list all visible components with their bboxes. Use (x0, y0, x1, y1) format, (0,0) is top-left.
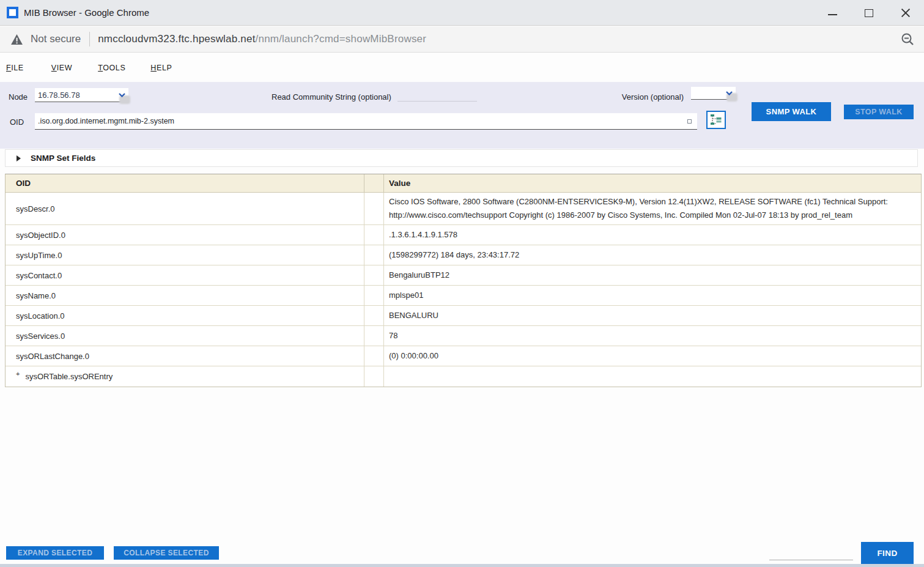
expander-column-header (364, 174, 384, 192)
table-header-row: OID Value (6, 174, 921, 193)
expander-cell (364, 265, 384, 285)
value-cell: 78 (384, 326, 921, 346)
table-row[interactable]: sysObjectID.0 .1.3.6.1.4.1.9.1.578 (6, 225, 921, 245)
oid-input-grip-icon (687, 119, 692, 124)
oid-cell: sysServices.0 (6, 326, 364, 346)
address-bar: Not secure nmccloudvm323.ftc.hpeswlab.ne… (0, 26, 924, 53)
query-form-panel: Node 16.78.56.78 Read Community String (… (0, 82, 924, 149)
oid-cell-label: sysORTable.sysOREntry (25, 372, 113, 381)
table-row[interactable]: sysORLastChange.0 (0) 0:00:00.00 (6, 346, 921, 366)
read-community-input[interactable] (397, 89, 477, 102)
find-button[interactable]: FIND (861, 542, 914, 564)
oid-cell: sysUpTime.0 (6, 245, 364, 265)
stop-walk-button[interactable]: STOP WALK (844, 105, 914, 119)
menu-file[interactable]: FILE (6, 64, 24, 72)
expander-cell (364, 346, 384, 366)
node-select-value: 16.78.56.78 (35, 91, 115, 100)
chevron-down-icon (119, 93, 125, 97)
oid-cell: sysDescr.0 (6, 193, 364, 224)
url-field[interactable]: nmccloudvm323.ftc.hpeswlab.net/nnm/launc… (98, 33, 426, 45)
table-row[interactable]: sysName.0 mplspe01 (6, 286, 921, 306)
window-controls (814, 0, 924, 26)
expander-cell (364, 245, 384, 265)
oid-label: OID (10, 117, 24, 127)
minimize-icon (828, 14, 837, 15)
mib-tree-button[interactable] (706, 111, 726, 129)
window-bottom-edge (0, 564, 924, 567)
oid-cell: sysORLastChange.0 (6, 346, 364, 366)
value-cell: Cisco IOS Software, 2800 Software (C2800… (384, 193, 921, 224)
value-cell: BengaluruBTP12 (384, 265, 921, 285)
maximize-button[interactable] (851, 0, 887, 26)
value-cell: (1598299772) 184 days, 23:43:17.72 (384, 245, 921, 265)
close-icon (901, 8, 911, 18)
oid-cell: sysLocation.0 (6, 306, 364, 325)
value-cell (384, 366, 921, 387)
url-path: /nnm/launch?cmd=showMibBrowser (256, 33, 427, 45)
url-domain: nmccloudvm323.ftc.hpeswlab.net (98, 33, 255, 45)
table-row[interactable]: sysContact.0 BengaluruBTP12 (6, 265, 921, 286)
table-row[interactable]: sysServices.0 78 (6, 326, 921, 346)
value-cell: .1.3.6.1.4.1.9.1.578 (384, 225, 921, 245)
value-line: Cisco IOS Software, 2800 Software (C2800… (389, 195, 916, 209)
security-label: Not secure (31, 33, 81, 45)
node-select[interactable]: 16.78.56.78 (35, 88, 128, 102)
expander-cell (364, 306, 384, 325)
oid-cell: sysName.0 (6, 286, 364, 305)
oid-cell: sysObjectID.0 (6, 225, 364, 245)
minimize-button[interactable] (814, 0, 851, 26)
security-status-chip[interactable]: Not secure (11, 33, 81, 45)
value-column-header: Value (384, 174, 921, 192)
window-title: MIB Browser - Google Chrome (24, 7, 149, 18)
table-row[interactable]: sysLocation.0 BENGALURU (6, 306, 921, 326)
collapsed-arrow-icon (17, 155, 21, 161)
menu-tools[interactable]: TOOLS (98, 64, 125, 72)
maximize-icon (865, 9, 873, 17)
value-line: http://www.cisco.com/techsupport Copyrig… (389, 209, 916, 222)
chrome-app-icon (7, 7, 18, 18)
chevron-down-icon (726, 91, 733, 95)
mib-browser-window: MIB Browser - Google Chrome Not secure n… (0, 0, 924, 567)
value-cell: mplspe01 (384, 286, 921, 305)
version-label: Version (optional) (587, 92, 684, 102)
menu-view[interactable]: VIEW (51, 64, 72, 72)
node-label: Node (9, 92, 28, 102)
value-cell: BENGALURU (384, 306, 921, 325)
version-select[interactable] (691, 87, 736, 100)
expander-cell (364, 193, 384, 224)
menu-help[interactable]: HELP (150, 64, 172, 72)
mib-results-table: OID Value sysDescr.0 Cisco IOS Software,… (5, 174, 922, 387)
snmp-walk-button[interactable]: SNMP WALK (752, 102, 831, 121)
oid-input[interactable] (35, 113, 697, 130)
close-button[interactable] (887, 0, 924, 26)
oid-cell: sysContact.0 (6, 265, 364, 285)
expander-cell (364, 286, 384, 305)
title-bar: MIB Browser - Google Chrome (0, 0, 924, 26)
table-row[interactable]: + sysORTable.sysOREntry (6, 366, 921, 387)
expand-plus-icon[interactable]: + (16, 370, 20, 377)
find-input[interactable] (769, 546, 853, 560)
mib-tree-icon (710, 114, 722, 126)
expander-cell (364, 366, 384, 387)
expand-selected-button[interactable]: EXPAND SELECTED (6, 546, 104, 560)
collapse-selected-button[interactable]: COLLAPSE SELECTED (114, 546, 219, 560)
expander-cell (364, 326, 384, 346)
table-row[interactable]: sysUpTime.0 (1598299772) 184 days, 23:43… (6, 245, 921, 265)
oid-cell: + sysORTable.sysOREntry (6, 366, 364, 387)
zoom-out-icon[interactable] (901, 32, 914, 46)
warning-icon (11, 34, 23, 45)
address-divider (89, 32, 90, 46)
snmp-set-fields-toggle[interactable]: SNMP Set Fields (5, 149, 918, 167)
expander-cell (364, 225, 384, 245)
menu-bar: FILE VIEW TOOLS HELP (0, 53, 924, 82)
read-community-label: Read Community String (optional) (272, 92, 391, 102)
snmp-set-fields-label: SNMP Set Fields (31, 154, 95, 163)
table-row[interactable]: sysDescr.0 Cisco IOS Software, 2800 Soft… (6, 193, 921, 225)
oid-column-header: OID (6, 174, 364, 192)
value-cell: (0) 0:00:00.00 (384, 346, 921, 366)
